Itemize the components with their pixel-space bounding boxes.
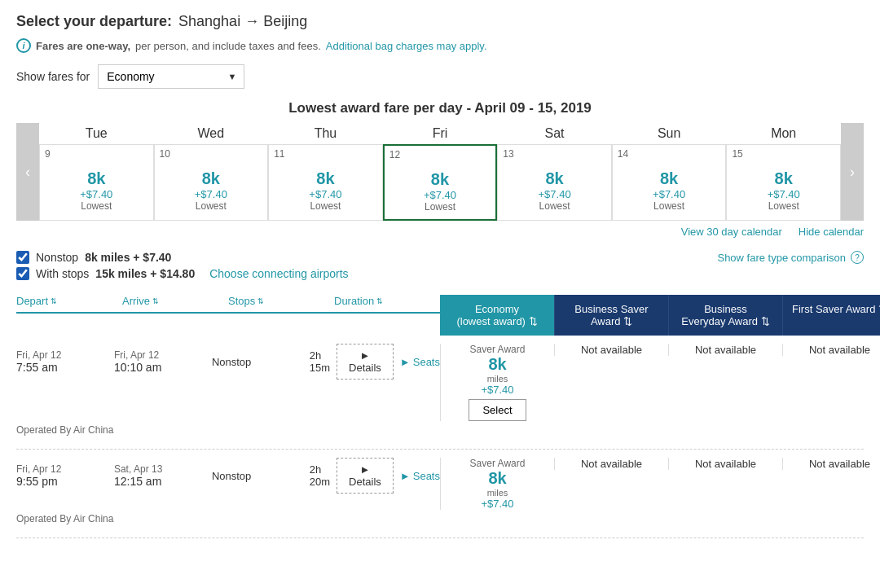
arrive-time-0: 10:10 am: [114, 361, 212, 374]
flight-col-headers: Depart ⇅ Arrive ⇅ Stops ⇅ Duration ⇅: [16, 295, 440, 314]
award-headers: Economy (lowest award) ⇅ Business Saver …: [440, 295, 864, 336]
info-bar: i Fares are one-way, per person, and inc…: [16, 38, 864, 53]
day-num-2: 11: [274, 148, 284, 160]
depart-cell-0: Fri, Apr 12 7:55 am: [16, 349, 114, 374]
biz-saver-cell-1: Not available: [554, 458, 668, 470]
operated-by-1: Operated By Air China: [16, 511, 864, 531]
day-lowest-2: Lowest: [274, 200, 377, 212]
next-week-button[interactable]: ›: [841, 123, 864, 221]
seats-button-0[interactable]: ► Seats: [400, 356, 440, 368]
first-saver-cell-0: Not available: [782, 344, 880, 356]
day-num-5: 14: [618, 148, 628, 160]
day-fee-3: +$7.40: [389, 189, 491, 201]
filters: Nonstop 8k miles + $7.40 With stops 15k …: [16, 251, 349, 283]
day-cell-sat[interactable]: 13 8k +$7.40 Lowest: [497, 144, 612, 221]
fare-class-select[interactable]: Economy Business First: [98, 64, 244, 89]
details-button-0[interactable]: ► Details: [337, 344, 394, 380]
with-stops-checkbox[interactable]: [16, 267, 29, 280]
day-miles-1: 8k: [160, 169, 263, 188]
day-header-fri: Fri: [383, 123, 498, 144]
duration-col-header[interactable]: Duration ⇅: [334, 295, 440, 307]
fare-comparison-section: Show fare type comparison ?: [717, 251, 864, 264]
view-30-day-link[interactable]: View 30 day calendar: [681, 226, 782, 238]
arrive-header-label: Arrive: [122, 295, 150, 307]
with-stops-filter-row: With stops 15k miles + $14.80 Choose con…: [16, 267, 349, 280]
economy-dropdown-wrapper[interactable]: Economy Business First: [98, 64, 244, 89]
biz-saver-header[interactable]: Business Saver Award ⇅: [554, 295, 668, 336]
hide-calendar-link[interactable]: Hide calendar: [799, 226, 864, 238]
day-lowest-0: Lowest: [45, 200, 148, 212]
route-text: Shanghai → Beijing: [178, 13, 307, 30]
calendar-title: Lowest award fare per day - April 09 - 1…: [16, 100, 864, 116]
depart-date-0: Fri, Apr 12: [16, 349, 114, 361]
day-fee-0: +$7.40: [45, 188, 148, 200]
day-fee-5: +$7.40: [618, 188, 721, 200]
nonstop-miles: 8k miles + $7.40: [85, 251, 171, 264]
stops-cell-0: Nonstop: [212, 355, 310, 368]
first-saver-value-1: Not available: [809, 458, 870, 470]
depart-col-header[interactable]: Depart ⇅: [16, 295, 122, 307]
flight-main-row-1: Fri, Apr 12 9:55 pm Sat, Apr 13 12:15 am…: [16, 450, 864, 511]
flight-cols-spacer: Depart ⇅ Arrive ⇅ Stops ⇅ Duration ⇅: [16, 295, 440, 336]
day-lowest-1: Lowest: [160, 200, 263, 212]
stops-sort-icon: ⇅: [257, 297, 264, 305]
award-col-headers-row: Depart ⇅ Arrive ⇅ Stops ⇅ Duration ⇅ Eco…: [16, 295, 864, 336]
day-num-6: 15: [732, 148, 742, 160]
stops-value-0: Nonstop: [212, 356, 251, 368]
economy-miles-0: 8k: [447, 355, 548, 374]
day-num-4: 13: [503, 148, 513, 160]
day-cell-fri[interactable]: 12 8k +$7.40 Lowest: [383, 144, 498, 221]
day-miles-6: 8k: [732, 169, 835, 188]
duration-value-1: 2h 20m: [310, 463, 330, 488]
with-stops-miles: 15k miles + $14.80: [95, 267, 195, 280]
stops-value-1: Nonstop: [212, 470, 251, 482]
biz-saver-cell-0: Not available: [554, 344, 668, 356]
day-miles-5: 8k: [618, 169, 721, 188]
info-text: per person, and include taxes and fees.: [135, 40, 321, 52]
biz-everyday-header[interactable]: Business Everyday Award ⇅: [668, 295, 782, 336]
day-cell-mon[interactable]: 15 8k +$7.40 Lowest: [726, 144, 841, 221]
prev-week-button[interactable]: ‹: [16, 123, 39, 221]
nonstop-filter-row: Nonstop 8k miles + $7.40: [16, 251, 349, 264]
seats-button-1[interactable]: ► Seats: [400, 470, 440, 482]
economy-award-cell-0: Saver Award 8k miles +$7.40 Select: [440, 344, 554, 421]
help-icon[interactable]: ?: [851, 251, 864, 264]
depart-header-label: Depart: [16, 295, 48, 307]
main-page: Select your departure: Shanghai → Beijin…: [0, 0, 880, 551]
stops-cell-1: Nonstop: [212, 469, 310, 482]
duration-cell-1: 2h 20m ► Details ► Seats: [310, 458, 440, 494]
select-button-0[interactable]: Select: [469, 399, 526, 421]
day-cell-sun[interactable]: 14 8k +$7.40 Lowest: [612, 144, 727, 221]
biz-everyday-cell-0: Not available: [668, 344, 782, 356]
day-miles-2: 8k: [274, 169, 377, 188]
calendar-nav: ‹ Tue Wed Thu Fri Sat Sun Mon 9 8k +$7.4…: [16, 123, 864, 221]
economy-award-header[interactable]: Economy (lowest award) ⇅: [440, 295, 554, 336]
day-cell-wed[interactable]: 10 8k +$7.40 Lowest: [154, 144, 269, 221]
details-button-1[interactable]: ► Details: [337, 458, 394, 494]
stops-col-header[interactable]: Stops ⇅: [228, 295, 334, 307]
first-saver-header[interactable]: First Saver Award ⇅: [782, 295, 880, 336]
arrive-cell-1: Sat, Apr 13 12:15 am: [114, 463, 212, 488]
depart-time-1: 9:55 pm: [16, 475, 114, 488]
day-lowest-5: Lowest: [618, 200, 721, 212]
economy-miles-label-0: miles: [447, 374, 548, 384]
arrive-col-header[interactable]: Arrive ⇅: [122, 295, 228, 307]
day-miles-4: 8k: [503, 169, 606, 188]
biz-saver-value-1: Not available: [581, 458, 642, 470]
day-num-3: 12: [389, 149, 400, 160]
nonstop-label: Nonstop: [36, 251, 78, 264]
biz-everyday-value-1: Not available: [695, 458, 756, 470]
biz-everyday-value-0: Not available: [695, 344, 756, 356]
fare-selector: Show fares for Economy Business First: [16, 64, 864, 89]
nonstop-checkbox[interactable]: [16, 251, 29, 264]
show-fare-comparison-link[interactable]: Show fare type comparison: [717, 252, 846, 264]
choose-connecting-airports-link[interactable]: Choose connecting airports: [209, 267, 348, 280]
bag-charges-link[interactable]: Additional bag charges may apply.: [326, 40, 487, 52]
day-cell-tue[interactable]: 9 8k +$7.40 Lowest: [39, 144, 154, 221]
economy-fee-1: +$7.40: [447, 498, 548, 510]
flight-info-1: Fri, Apr 12 9:55 pm Sat, Apr 13 12:15 am…: [16, 458, 440, 494]
economy-miles-label-1: miles: [447, 488, 548, 498]
day-headers: Tue Wed Thu Fri Sat Sun Mon: [39, 123, 841, 144]
flight-info-0: Fri, Apr 12 7:55 am Fri, Apr 12 10:10 am…: [16, 344, 440, 380]
day-cell-thu[interactable]: 11 8k +$7.40 Lowest: [268, 144, 383, 221]
